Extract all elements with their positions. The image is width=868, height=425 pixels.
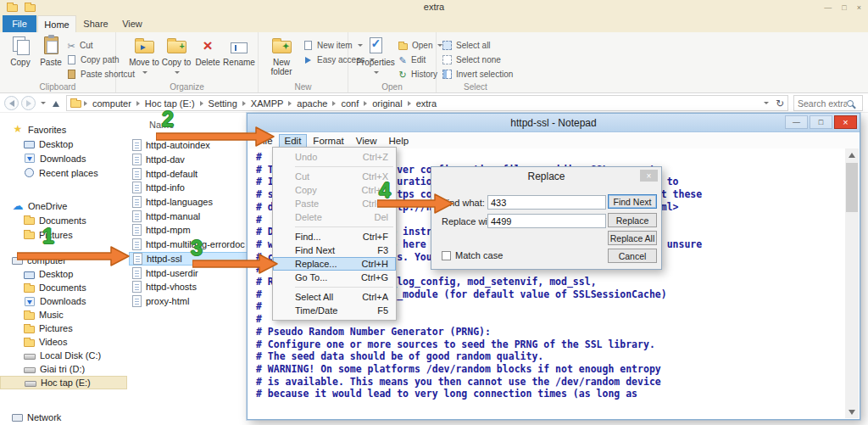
menu-item-time-date[interactable]: Time/DateF5 — [273, 304, 396, 317]
file-item-httpd-manual[interactable]: httpd-manual — [129, 209, 249, 223]
menu-item-select-all[interactable]: Select AllCtrl+A — [273, 290, 396, 304]
close-icon[interactable]: × — [857, 3, 861, 13]
sidebar-item-hoc-tap-e[interactable]: Hoc tap (E:) — [0, 376, 127, 389]
file-item-httpd-vhosts[interactable]: httpd-vhosts — [129, 280, 249, 294]
notepad-close-button[interactable]: × — [834, 115, 857, 129]
file-item-httpd-info[interactable]: httpd-info — [129, 181, 249, 195]
sidebar-item-local-disk-c[interactable]: Local Disk (C:) — [0, 349, 127, 362]
sidebar-item-recent-places[interactable]: Recent places — [0, 165, 127, 180]
sidebar-item-computer-videos[interactable]: Videos — [0, 335, 127, 349]
copy-button[interactable]: Copy — [4, 35, 36, 81]
back-button[interactable] — [4, 96, 19, 110]
notepad-vertical-scrollbar[interactable] — [845, 148, 859, 418]
sidebar-section-favorites[interactable]: ★ Favorites — [0, 122, 127, 137]
forward-button[interactable] — [21, 96, 36, 110]
scroll-down-icon[interactable] — [845, 405, 859, 418]
sidebar-item-desktop[interactable]: Desktop — [0, 137, 127, 151]
address-dropdown-caret-icon[interactable] — [764, 102, 769, 104]
maximize-icon[interactable]: □ — [842, 3, 846, 13]
edit-button[interactable]: ✎ Edit — [398, 53, 426, 66]
menu-edit[interactable]: Edit — [279, 134, 308, 148]
search-input[interactable] — [798, 98, 847, 109]
scissors-icon: ✂ — [66, 41, 76, 51]
select-none-button[interactable]: Select none — [442, 53, 501, 66]
replace-dialog-titlebar[interactable]: Replace × — [431, 167, 661, 184]
sidebar-item-computer-pictures[interactable]: Pictures — [0, 322, 127, 335]
file-item-httpd-multilang-errordoc[interactable]: httpd-multilang-errordoc — [129, 238, 249, 252]
recent-locations-caret-icon[interactable] — [41, 102, 46, 104]
text-file-icon — [132, 238, 142, 250]
menu-item-find-next[interactable]: Find NextF3 — [273, 243, 396, 257]
menu-item-find[interactable]: Find...Ctrl+F — [273, 230, 396, 243]
sidebar-item-onedrive-documents[interactable]: Documents — [0, 213, 127, 227]
file-item-httpd-mpm[interactable]: httpd-mpm — [129, 223, 249, 238]
up-button[interactable] — [50, 98, 62, 109]
sidebar-item-onedrive-pictures[interactable]: Pictures — [0, 227, 127, 242]
menu-format[interactable]: Format — [307, 134, 349, 148]
breadcrumb-segment-apache[interactable]: apache — [292, 98, 331, 109]
notepad-maximize-button[interactable]: □ — [810, 115, 832, 129]
select-all-button[interactable]: Select all — [442, 39, 491, 52]
breadcrumb-segment-extra[interactable]: extra — [412, 98, 441, 109]
move-to-button[interactable]: Move to — [128, 35, 160, 81]
file-item-httpd-default[interactable]: httpd-default — [129, 166, 249, 181]
breadcrumb-segment-computer[interactable]: computer — [88, 98, 136, 109]
properties-button[interactable]: Properties — [355, 35, 396, 81]
sidebar-item-giai-tri-d[interactable]: Giai tri (D:) — [0, 362, 127, 376]
paste-button[interactable]: Paste — [35, 35, 67, 81]
breadcrumb-segment-setting[interactable]: Setting — [204, 98, 242, 109]
history-button[interactable]: ↻ History — [398, 68, 437, 81]
menu-view[interactable]: View — [350, 134, 383, 148]
invert-selection-button[interactable]: Invert selection — [442, 68, 513, 81]
breadcrumb-segment-conf[interactable]: conf — [337, 98, 363, 109]
tab-home[interactable]: Home — [37, 15, 76, 32]
delete-button[interactable]: × Delete — [194, 35, 221, 81]
new-folder-button[interactable]: ✦ New folder — [264, 35, 298, 81]
cut-button[interactable]: ✂ Cut — [66, 39, 93, 52]
sidebar-item-computer-music[interactable]: Music — [0, 308, 127, 322]
search-icon[interactable] — [847, 100, 854, 107]
breadcrumb-segment-original[interactable]: original — [368, 98, 406, 109]
replace-all-button[interactable]: Replace All — [608, 231, 657, 245]
breadcrumb[interactable]: computer Hoc tap (E:) Setting XAMPP apac… — [66, 95, 788, 111]
scrollbar-thumb[interactable] — [846, 163, 858, 212]
sidebar-item-downloads[interactable]: Downloads — [0, 151, 127, 165]
copy-path-button[interactable]: Copy path — [66, 53, 120, 66]
replace-dialog: Replace × Find what: Replace with: Find … — [431, 166, 662, 270]
replace-button[interactable]: Replace — [608, 213, 657, 227]
rename-button[interactable]: Rename — [223, 35, 255, 81]
minimize-icon[interactable]: — — [824, 3, 832, 13]
tab-view[interactable]: View — [114, 15, 150, 32]
refresh-icon[interactable]: ↻ — [776, 98, 784, 109]
sidebar-section-onedrive[interactable]: ☁ OneDrive — [0, 199, 127, 213]
match-case-checkbox[interactable] — [442, 251, 451, 260]
sidebar-section-network[interactable]: Network — [0, 410, 127, 424]
menu-item-go-to[interactable]: Go To...Ctrl+G — [273, 271, 396, 284]
notepad-minimize-button[interactable]: — — [785, 115, 808, 129]
copy-to-button[interactable]: + Copy to — [160, 35, 192, 81]
file-item-httpd-dav[interactable]: httpd-dav — [129, 153, 249, 167]
breadcrumb-separator-icon — [200, 101, 203, 106]
find-what-input[interactable] — [487, 195, 606, 210]
text-file-icon — [132, 281, 142, 293]
cancel-button[interactable]: Cancel — [608, 249, 657, 263]
sidebar-item-computer-desktop[interactable]: Desktop — [0, 267, 127, 281]
scroll-up-icon[interactable] — [845, 148, 859, 161]
menu-help[interactable]: Help — [383, 134, 415, 148]
sidebar-item-computer-documents[interactable]: Documents — [0, 281, 127, 294]
tab-share[interactable]: Share — [77, 15, 114, 32]
notepad-titlebar[interactable]: httpd-ssl - Notepad — □ × — [248, 114, 860, 132]
replace-dialog-close-button[interactable]: × — [640, 170, 658, 182]
file-item-httpd-languages[interactable]: httpd-languages — [129, 195, 249, 210]
find-next-button[interactable]: Find Next — [608, 194, 657, 209]
menu-item-replace[interactable]: Replace...Ctrl+H — [273, 257, 396, 271]
breadcrumb-segment-xampp[interactable]: XAMPP — [247, 98, 288, 109]
replace-with-input[interactable] — [487, 214, 606, 228]
step-number-1: 1 — [42, 224, 54, 249]
menu-item-cut[interactable]: CutCtrl+X — [273, 170, 396, 183]
menu-item-undo[interactable]: UndoCtrl+Z — [273, 150, 396, 164]
file-item-proxy-html[interactable]: proxy-html — [129, 294, 249, 309]
tab-file[interactable]: File — [3, 15, 36, 32]
plus-overlay-icon: + — [180, 42, 185, 51]
sidebar-item-computer-downloads[interactable]: Downloads — [0, 294, 127, 308]
